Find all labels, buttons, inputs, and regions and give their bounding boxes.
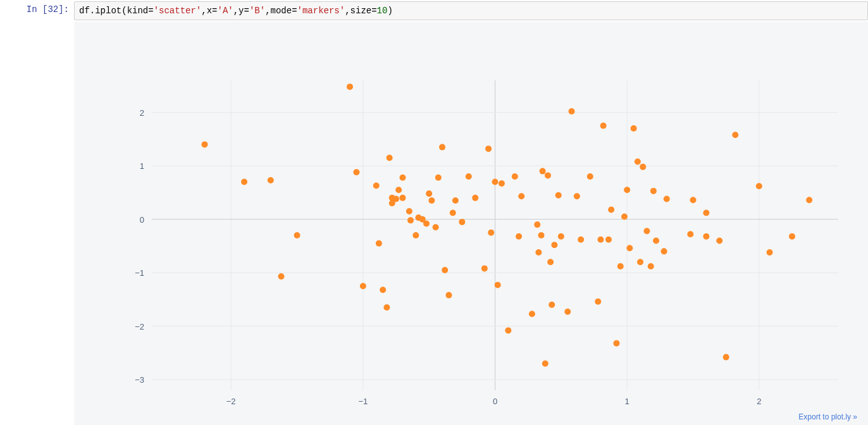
svg-point-27 xyxy=(347,83,353,90)
svg-point-51 xyxy=(439,144,445,151)
svg-point-87 xyxy=(597,237,604,243)
svg-point-107 xyxy=(690,197,696,203)
svg-point-58 xyxy=(472,195,478,201)
svg-point-91 xyxy=(613,340,619,347)
svg-point-94 xyxy=(624,187,630,193)
svg-point-85 xyxy=(587,173,593,180)
svg-point-54 xyxy=(450,210,456,216)
svg-point-80 xyxy=(558,233,564,240)
svg-point-26 xyxy=(294,232,301,238)
svg-point-76 xyxy=(547,259,554,265)
svg-point-116 xyxy=(806,197,812,203)
svg-point-63 xyxy=(495,282,501,288)
svg-point-108 xyxy=(703,233,709,240)
svg-point-29 xyxy=(360,283,366,289)
svg-point-104 xyxy=(661,249,667,255)
code-method: df.iplot xyxy=(79,6,121,16)
svg-point-102 xyxy=(650,188,657,194)
svg-point-56 xyxy=(459,219,465,225)
svg-point-28 xyxy=(353,169,359,175)
svg-point-24 xyxy=(268,177,274,183)
svg-point-106 xyxy=(687,231,693,237)
svg-point-70 xyxy=(534,221,540,228)
svg-point-113 xyxy=(756,183,762,189)
svg-point-75 xyxy=(545,173,551,179)
svg-point-90 xyxy=(608,207,614,213)
svg-point-67 xyxy=(516,233,522,240)
svg-point-84 xyxy=(578,237,584,243)
svg-point-33 xyxy=(383,304,390,311)
svg-point-78 xyxy=(551,242,557,248)
svg-point-41 xyxy=(406,208,412,214)
svg-text:1: 1 xyxy=(140,161,144,171)
svg-point-52 xyxy=(442,267,448,273)
svg-text:−2: −2 xyxy=(226,397,236,406)
svg-point-65 xyxy=(505,328,511,334)
svg-point-69 xyxy=(529,311,535,317)
svg-point-48 xyxy=(428,197,435,204)
svg-point-93 xyxy=(621,214,628,220)
svg-point-77 xyxy=(549,302,555,308)
svg-point-31 xyxy=(376,240,382,247)
svg-point-83 xyxy=(574,194,580,200)
svg-point-103 xyxy=(653,238,659,244)
svg-point-101 xyxy=(648,263,654,269)
svg-point-99 xyxy=(640,164,646,170)
svg-point-49 xyxy=(433,225,439,231)
svg-point-40 xyxy=(399,195,406,201)
svg-point-61 xyxy=(488,230,494,236)
svg-text:−2: −2 xyxy=(135,322,144,331)
svg-point-42 xyxy=(407,218,414,224)
svg-point-88 xyxy=(600,123,607,129)
svg-point-115 xyxy=(789,233,795,240)
svg-text:−1: −1 xyxy=(135,268,144,278)
svg-point-96 xyxy=(631,125,637,132)
svg-point-114 xyxy=(767,249,773,256)
output-prompt xyxy=(6,22,74,425)
svg-point-92 xyxy=(617,263,624,269)
svg-point-57 xyxy=(466,173,472,180)
svg-text:−1: −1 xyxy=(358,397,368,406)
svg-point-98 xyxy=(637,259,643,265)
svg-point-111 xyxy=(723,354,729,361)
svg-point-68 xyxy=(518,194,524,200)
output-row: −2−1012−3−2−1012 Export to plot.ly » xyxy=(0,22,868,425)
svg-point-79 xyxy=(555,192,562,199)
svg-point-86 xyxy=(595,299,601,305)
svg-point-64 xyxy=(499,180,505,187)
svg-point-97 xyxy=(635,159,641,165)
svg-text:2: 2 xyxy=(757,397,761,406)
svg-point-112 xyxy=(732,132,738,138)
svg-text:0: 0 xyxy=(493,397,497,406)
code-input[interactable]: df.iplot(kind='scatter',x='A',y='B',mode… xyxy=(74,1,868,20)
svg-point-109 xyxy=(703,210,709,216)
input-prompt: In [32]: xyxy=(6,1,74,20)
svg-point-46 xyxy=(423,221,430,227)
svg-point-66 xyxy=(512,173,518,180)
svg-point-47 xyxy=(426,190,432,197)
svg-text:−3: −3 xyxy=(135,375,144,385)
code-cell: In [32]: df.iplot(kind='scatter',x='A',y… xyxy=(0,0,868,22)
svg-point-50 xyxy=(435,175,442,181)
svg-text:2: 2 xyxy=(140,108,144,118)
svg-point-71 xyxy=(535,249,542,256)
svg-point-53 xyxy=(445,292,452,299)
svg-point-95 xyxy=(626,245,633,251)
svg-point-82 xyxy=(569,108,575,114)
svg-point-100 xyxy=(643,228,650,234)
svg-point-81 xyxy=(564,309,571,315)
svg-point-59 xyxy=(481,266,488,272)
svg-point-60 xyxy=(485,145,492,152)
svg-point-38 xyxy=(395,187,402,193)
export-plotly-link[interactable]: Export to plot.ly » xyxy=(798,412,857,421)
svg-text:0: 0 xyxy=(140,215,144,225)
svg-point-32 xyxy=(380,287,386,293)
svg-point-74 xyxy=(542,361,549,367)
svg-point-72 xyxy=(538,232,545,238)
svg-point-30 xyxy=(373,183,380,189)
svg-point-39 xyxy=(399,175,406,181)
svg-point-55 xyxy=(452,197,459,204)
svg-point-22 xyxy=(201,142,208,148)
svg-point-43 xyxy=(412,232,419,238)
scatter-plot[interactable]: −2−1012−3−2−1012 xyxy=(85,33,857,419)
